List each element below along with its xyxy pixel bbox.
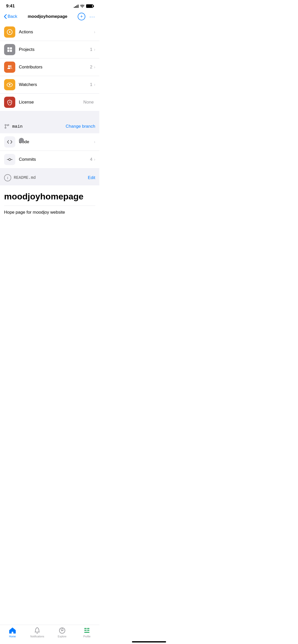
watchers-chevron: › bbox=[94, 82, 95, 87]
section-gap-1 bbox=[0, 111, 99, 120]
actions-item[interactable]: Actions › bbox=[0, 23, 99, 41]
commits-value: 4 bbox=[90, 157, 92, 162]
contributors-item[interactable]: Contributors 2 › bbox=[0, 58, 99, 76]
commits-chevron: › bbox=[94, 157, 95, 162]
back-button[interactable]: Back bbox=[4, 14, 17, 19]
change-branch-button[interactable]: Change branch bbox=[66, 124, 95, 129]
readme-description: Hope page for moodjoy website bbox=[4, 210, 95, 215]
projects-chevron: › bbox=[94, 47, 95, 52]
add-button[interactable]: + bbox=[78, 13, 85, 20]
status-time: 9:41 bbox=[6, 4, 15, 9]
page-title: moodjoyhomepage bbox=[28, 14, 67, 19]
nav-actions: + ··· bbox=[78, 13, 95, 20]
license-label: License bbox=[19, 100, 83, 105]
readme-edit-button[interactable]: Edit bbox=[88, 175, 95, 180]
back-label: Back bbox=[8, 14, 17, 19]
license-value: None bbox=[83, 100, 94, 105]
branch-info: main bbox=[4, 124, 23, 129]
code-label: Code bbox=[19, 139, 94, 144]
svg-text:⚖: ⚖ bbox=[9, 101, 11, 104]
status-icons bbox=[74, 4, 93, 8]
ellipsis-icon: ··· bbox=[89, 14, 95, 19]
branch-section: main Change branch bbox=[0, 120, 99, 133]
contributors-icon bbox=[4, 62, 15, 73]
contributors-value: 2 bbox=[90, 65, 92, 70]
watchers-icon bbox=[4, 79, 15, 90]
contributors-chevron: › bbox=[94, 65, 95, 69]
projects-item[interactable]: Projects 1 › bbox=[0, 41, 99, 58]
readme-section: i README.md Edit bbox=[0, 168, 99, 185]
svg-rect-2 bbox=[7, 47, 9, 49]
watchers-item[interactable]: Watchers 1 › bbox=[0, 76, 99, 94]
commits-item[interactable]: Commits 4 › bbox=[0, 151, 99, 168]
watchers-value: 1 bbox=[90, 82, 92, 87]
code-chevron: › bbox=[94, 140, 95, 144]
readme-content: moodjoyhomepage Hope page for moodjoy we… bbox=[0, 185, 99, 219]
svg-point-7 bbox=[10, 65, 12, 67]
dot-indicator bbox=[19, 138, 24, 143]
projects-label: Projects bbox=[19, 47, 90, 52]
more-button[interactable]: ··· bbox=[89, 14, 95, 20]
nav-bar: Back moodjoyhomepage + ··· bbox=[0, 11, 99, 23]
branch-name: main bbox=[12, 124, 23, 129]
projects-value: 1 bbox=[90, 47, 92, 52]
readme-info-icon: i bbox=[4, 174, 11, 181]
code-item[interactable]: Code › bbox=[0, 133, 99, 151]
svg-point-6 bbox=[8, 65, 10, 67]
battery-icon bbox=[86, 4, 93, 8]
svg-point-13 bbox=[9, 158, 11, 160]
projects-icon bbox=[4, 44, 15, 55]
readme-title: moodjoyhomepage bbox=[4, 192, 95, 201]
watchers-label: Watchers bbox=[19, 82, 90, 87]
actions-label: Actions bbox=[19, 30, 94, 35]
status-bar: 9:41 bbox=[0, 0, 99, 11]
repo-menu-list: Actions › Projects 1 › Contributors 2 › … bbox=[0, 23, 99, 111]
license-icon: ⚖ bbox=[4, 97, 15, 108]
commits-label: Commits bbox=[19, 157, 90, 162]
plus-icon: + bbox=[80, 14, 83, 19]
code-section: Code › Commits 4 › bbox=[0, 133, 99, 168]
signal-icon bbox=[74, 4, 78, 8]
svg-rect-4 bbox=[7, 50, 9, 52]
readme-divider bbox=[4, 206, 95, 206]
wifi-icon bbox=[80, 4, 85, 8]
svg-point-8 bbox=[9, 84, 10, 85]
branch-icon bbox=[4, 124, 10, 129]
svg-rect-3 bbox=[10, 47, 12, 49]
actions-icon bbox=[4, 26, 15, 38]
svg-rect-5 bbox=[10, 50, 12, 52]
commits-icon bbox=[4, 154, 15, 165]
actions-chevron: › bbox=[94, 30, 95, 34]
code-icon bbox=[4, 136, 15, 148]
readme-info: i README.md bbox=[4, 174, 36, 181]
contributors-label: Contributors bbox=[19, 65, 90, 70]
svg-marker-1 bbox=[9, 31, 11, 33]
license-item[interactable]: ⚖ License None bbox=[0, 94, 99, 111]
readme-filename: README.md bbox=[14, 175, 36, 180]
